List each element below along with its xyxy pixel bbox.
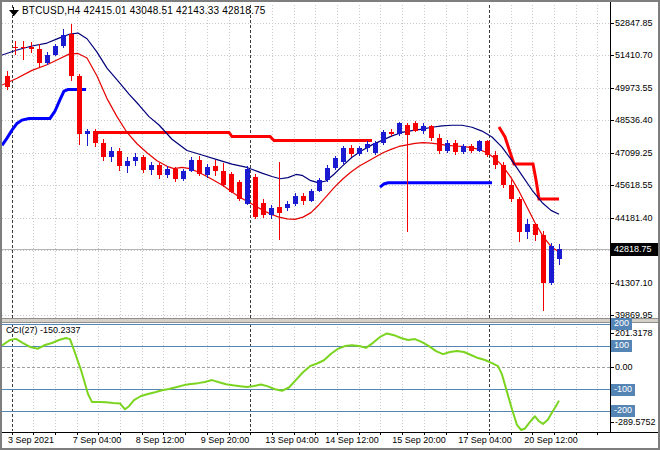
price-axis-label: 44181.40: [615, 213, 653, 224]
candle-up: [245, 169, 250, 204]
ma-fast-red: [2, 53, 559, 252]
chart-title: BTCUSD,H4 42415.01 43048.51 42143.33 428…: [22, 5, 266, 16]
price-axis-label: 47099.25: [615, 148, 653, 159]
candle-down: [437, 138, 442, 150]
support-step-blue-2: [380, 183, 492, 187]
symbol-marker-icon: [8, 7, 20, 16]
candle-up: [461, 146, 466, 152]
candle-down: [301, 196, 306, 202]
time-axis-label: 15 Sep 20:00: [392, 435, 446, 446]
candle-down: [413, 123, 418, 130]
time-axis-label: 9 Sep 20:00: [201, 435, 250, 446]
candle-up: [445, 143, 450, 151]
cci-level-badge: 100: [611, 340, 632, 352]
candle-down: [405, 125, 410, 135]
candle-down: [237, 182, 242, 199]
candle-up: [317, 180, 322, 191]
candle-down: [501, 165, 506, 185]
step-lines-layer: [2, 90, 559, 200]
candle-down: [69, 34, 74, 76]
candle-up: [325, 168, 330, 180]
price-axis-label: 52847.85: [615, 18, 653, 29]
candle-down: [429, 126, 434, 138]
candle-down: [157, 165, 162, 175]
moving-averages-layer: [2, 33, 559, 252]
candle-down: [485, 141, 490, 155]
chart-window: BTCUSD,H4 42415.01 43048.51 42143.33 428…: [0, 0, 660, 450]
candles-layer: [5, 24, 562, 312]
price-axis-label: 41307.10: [615, 278, 653, 289]
candle-up: [165, 169, 170, 175]
candle-down: [197, 160, 202, 175]
time-axis-label: 20 Sep 12:00: [524, 435, 578, 446]
candle-up: [293, 196, 298, 204]
candle-down: [493, 155, 498, 165]
candle-down: [533, 224, 538, 235]
candle-up: [357, 148, 362, 154]
candle-up: [525, 224, 530, 232]
candle-up: [125, 161, 130, 167]
cci-axis-label: 201.3178: [615, 328, 653, 339]
candle-down: [93, 131, 98, 142]
candle-up: [373, 143, 378, 153]
cci-axis-label: 0.00: [615, 362, 633, 373]
price-axis-label: 48536.40: [615, 115, 653, 126]
candle-down: [173, 169, 178, 179]
time-axis-label: 13 Sep 04:00: [265, 435, 319, 446]
price-axis-label: 49973.55: [615, 83, 653, 94]
cci-indicator-label: CCI(27) -150.2337: [6, 325, 81, 335]
trail-step-red-2: [499, 127, 559, 199]
candle-down: [221, 171, 226, 185]
candle-down: [77, 76, 82, 133]
time-axis-label: 14 Sep 12:00: [325, 435, 379, 446]
candle-up: [85, 131, 90, 133]
time-axis-label: 7 Sep 04:00: [73, 435, 122, 446]
candle-down: [213, 166, 218, 171]
chart-canvas[interactable]: [2, 2, 660, 450]
cci-line: [2, 333, 559, 430]
candle-down: [141, 157, 146, 169]
candle-up: [309, 191, 314, 201]
current-price-badge: 42818.75: [610, 243, 660, 256]
ma-slow-navy: [2, 33, 559, 214]
cci-level-badge: -100: [611, 384, 635, 396]
candle-down: [453, 143, 458, 152]
candle-down: [509, 185, 514, 199]
candle-up: [189, 160, 194, 171]
candle-up: [381, 132, 386, 143]
candle-down: [101, 143, 106, 158]
candle-down: [29, 47, 34, 49]
candle-down: [117, 151, 122, 167]
candle-up: [53, 46, 58, 55]
candle-down: [469, 146, 474, 151]
candle-up: [149, 165, 154, 170]
candle-down: [349, 148, 354, 154]
candle-down: [13, 47, 18, 49]
cci-axis-label: -289.5752: [615, 417, 656, 428]
candle-down: [37, 49, 42, 63]
candle-up: [285, 204, 290, 209]
candle-down: [229, 174, 234, 192]
candle-up: [421, 126, 426, 131]
candle-up: [365, 144, 370, 149]
price-axis-label: 51410.70: [615, 50, 653, 61]
candle-up: [133, 157, 138, 160]
candle-up: [557, 249, 562, 258]
candle-up: [269, 208, 274, 215]
candle-up: [109, 151, 114, 158]
candle-up: [341, 148, 346, 162]
resistance-step-red-1: [95, 132, 372, 140]
candle-up: [477, 141, 482, 150]
candle-up: [45, 55, 50, 64]
price-axis-label: 45618.55: [615, 180, 653, 191]
candle-down: [277, 207, 282, 213]
cci-levels-layer: [2, 324, 610, 411]
candle-up: [205, 167, 210, 176]
candle-down: [253, 177, 258, 217]
candle-down: [541, 235, 546, 282]
time-axis-label: 17 Sep 04:00: [458, 435, 512, 446]
axis-border-layer: [2, 2, 660, 435]
candle-up: [549, 246, 554, 282]
candle-up: [61, 35, 66, 46]
time-axis-label: 3 Sep 2021: [8, 435, 54, 446]
